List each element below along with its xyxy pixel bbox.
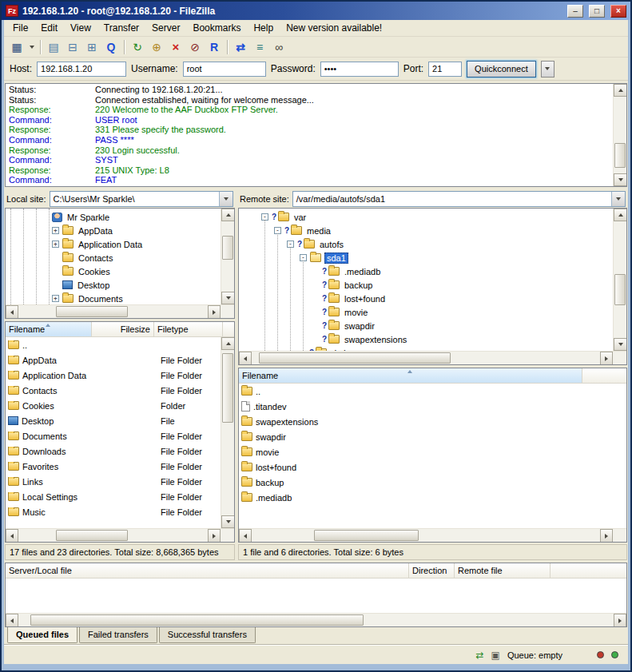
- file-row-local-settings[interactable]: Local SettingsFile Folder: [6, 489, 221, 504]
- file-row-movie[interactable]: movie: [239, 444, 626, 459]
- file-row-downloads[interactable]: DownloadsFile Folder: [6, 443, 221, 459]
- scroll-left-button[interactable]: [6, 305, 18, 319]
- column-header-server-local-file[interactable]: Server/Local file: [6, 563, 409, 579]
- remote-tree-view[interactable]: -?var -?media -?autofs -sda1 ?.mediadb ?…: [239, 209, 613, 351]
- menu-transfer[interactable]: Transfer: [97, 20, 145, 36]
- tree-item-media[interactable]: -?media: [239, 224, 613, 237]
- local-tree-horizontal-scrollbar[interactable]: [6, 304, 234, 318]
- column-header-direction[interactable]: Direction: [409, 563, 455, 579]
- local-tree-vertical-scrollbar[interactable]: [221, 209, 234, 304]
- file-row-updir[interactable]: ..: [239, 384, 626, 399]
- tree-item-autofs[interactable]: -?autofs: [239, 237, 613, 251]
- toggle-queue-button[interactable]: Q: [101, 38, 121, 56]
- toggle-remote-tree-button[interactable]: ⊞: [82, 38, 101, 56]
- scroll-up-button[interactable]: [221, 209, 234, 221]
- scroll-up-button[interactable]: [221, 337, 234, 350]
- scroll-track[interactable]: [252, 352, 600, 364]
- local-list-horizontal-scrollbar[interactable]: [6, 528, 234, 542]
- queue-body[interactable]: [6, 579, 626, 613]
- combo-dropdown-button[interactable]: [219, 192, 233, 206]
- scroll-up-button[interactable]: [614, 209, 626, 221]
- quickconnect-button[interactable]: Quickconnect: [467, 61, 536, 78]
- scroll-track[interactable]: [18, 614, 614, 626]
- tree-item-mediadb[interactable]: ?.mediadb: [239, 264, 613, 278]
- scroll-thumb[interactable]: [30, 614, 364, 626]
- menu-help[interactable]: Help: [247, 20, 280, 36]
- host-input[interactable]: [37, 62, 126, 77]
- column-header-filesize[interactable]: Filesize: [92, 322, 154, 337]
- expander-icon[interactable]: +: [52, 227, 59, 234]
- menu-file[interactable]: File: [6, 20, 34, 36]
- tab-successful-transfers[interactable]: Successful transfers: [159, 627, 256, 643]
- toggle-local-tree-button[interactable]: ⊟: [63, 38, 82, 56]
- tree-item-cookies[interactable]: Cookies: [6, 264, 221, 278]
- combo-dropdown-button[interactable]: [611, 192, 625, 206]
- tree-item-var[interactable]: -?var: [239, 210, 613, 224]
- scroll-track[interactable]: [221, 350, 234, 515]
- tree-item-mr-sparkle[interactable]: Mr Sparkle: [6, 210, 221, 224]
- remote-list-horizontal-scrollbar[interactable]: [239, 528, 626, 542]
- tree-item-backup[interactable]: ?backup: [239, 278, 613, 292]
- local-list-vertical-scrollbar[interactable]: [221, 337, 234, 528]
- file-row-titandev[interactable]: .titandev: [239, 399, 626, 414]
- scroll-left-button[interactable]: [239, 529, 252, 543]
- menu-new-version[interactable]: New version available!: [280, 20, 388, 36]
- disconnect-button[interactable]: ⊘: [185, 38, 205, 56]
- scroll-thumb[interactable]: [614, 143, 626, 169]
- scroll-right-button[interactable]: [614, 614, 626, 627]
- log-vertical-scrollbar[interactable]: [613, 84, 626, 186]
- maximize-button[interactable]: □: [589, 5, 605, 18]
- scroll-thumb[interactable]: [56, 530, 128, 541]
- tab-queued-files[interactable]: Queued files: [7, 627, 78, 643]
- reconnect-button[interactable]: R: [205, 38, 224, 56]
- scroll-right-button[interactable]: [208, 529, 221, 543]
- scroll-thumb[interactable]: [222, 353, 233, 423]
- scroll-left-button[interactable]: [6, 614, 18, 627]
- file-row-music[interactable]: MusicFile Folder: [6, 504, 221, 519]
- tab-failed-transfers[interactable]: Failed transfers: [79, 627, 157, 643]
- scroll-up-button[interactable]: [614, 84, 627, 97]
- find-files-button[interactable]: ∞: [269, 38, 288, 56]
- scroll-right-button[interactable]: [600, 529, 613, 543]
- quickconnect-dropdown-button[interactable]: [541, 61, 554, 78]
- file-row-swapdir[interactable]: swapdir: [239, 429, 626, 444]
- directory-comparison-button[interactable]: ⇄: [231, 38, 250, 56]
- tree-item-desktop[interactable]: Desktop: [6, 278, 221, 292]
- file-row-favorites[interactable]: FavoritesFile Folder: [6, 459, 221, 474]
- tree-item-movie[interactable]: ?movie: [239, 305, 613, 319]
- column-header-filename[interactable]: Filename: [6, 322, 92, 337]
- scroll-track[interactable]: [221, 221, 234, 292]
- scroll-thumb[interactable]: [314, 530, 419, 541]
- file-row-application-data[interactable]: Application DataFile Folder: [6, 368, 221, 383]
- scroll-track[interactable]: [18, 305, 208, 318]
- remote-tree-horizontal-scrollbar[interactable]: [239, 351, 626, 364]
- scroll-right-button[interactable]: [600, 352, 613, 365]
- menu-edit[interactable]: Edit: [34, 20, 64, 36]
- port-input[interactable]: [428, 62, 462, 77]
- scroll-down-button[interactable]: [221, 292, 234, 304]
- local-site-combo[interactable]: C:\Users\Mr Sparkle\: [50, 191, 233, 207]
- tree-item-documents[interactable]: +Documents: [6, 292, 221, 304]
- file-row-backup[interactable]: backup: [239, 475, 626, 490]
- cancel-button[interactable]: ×: [166, 38, 185, 56]
- username-input[interactable]: [183, 62, 266, 77]
- queue-horizontal-scrollbar[interactable]: [6, 613, 626, 626]
- file-row-appdata[interactable]: AppDataFile Folder: [6, 352, 221, 368]
- tree-item-swapdir[interactable]: ?swapdir: [239, 319, 613, 332]
- remote-site-value[interactable]: /var/media/autofs/sda1: [293, 194, 611, 204]
- scroll-track[interactable]: [614, 97, 626, 173]
- scroll-thumb[interactable]: [56, 306, 128, 317]
- scroll-track[interactable]: [614, 221, 626, 338]
- scroll-right-button[interactable]: [208, 305, 221, 319]
- scroll-down-button[interactable]: [221, 515, 234, 528]
- minimize-button[interactable]: –: [567, 5, 583, 18]
- password-input[interactable]: [320, 62, 399, 77]
- tree-item-application-data[interactable]: +Application Data: [6, 237, 221, 251]
- remote-tree-vertical-scrollbar[interactable]: [613, 209, 626, 351]
- tree-item-dvd[interactable]: ?dvd: [239, 346, 613, 351]
- local-tree-view[interactable]: Mr Sparkle +AppData +Application Data Co…: [6, 209, 221, 304]
- file-row-documents[interactable]: DocumentsFile Folder: [6, 428, 221, 443]
- menu-view[interactable]: View: [64, 20, 97, 36]
- scroll-track[interactable]: [252, 529, 600, 542]
- refresh-button[interactable]: ↻: [128, 38, 147, 56]
